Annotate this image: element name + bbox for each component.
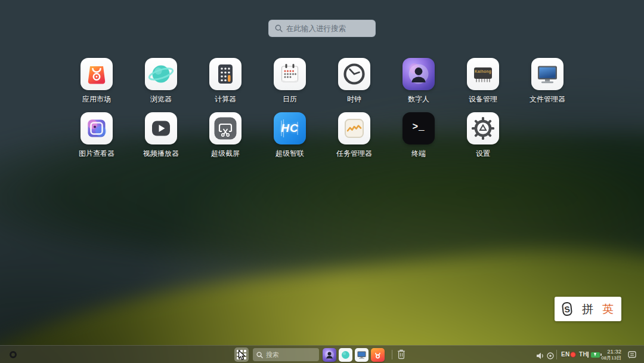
shopping-bag-icon xyxy=(80,58,113,90)
app-label: 应用市场 xyxy=(82,94,111,104)
app-tile-video-player[interactable]: 视频播放器 xyxy=(129,112,193,167)
screenshot-scissors-icon xyxy=(209,112,242,144)
ime-pinyin-label: 拼 xyxy=(582,302,593,317)
app-label: 日历 xyxy=(283,94,297,104)
launcher-search-input[interactable] xyxy=(286,24,370,33)
taskbar-search-input[interactable] xyxy=(266,351,315,358)
planet-icon xyxy=(145,58,177,90)
app-label: 终端 xyxy=(411,149,426,159)
shopping-bag-icon[interactable] xyxy=(371,348,385,362)
notification-icon[interactable] xyxy=(628,350,636,361)
tray-date: 08月13日 xyxy=(599,355,621,361)
app-tile-task-manager[interactable]: 任务管理器 xyxy=(322,112,386,167)
chip-icon: Kaihong xyxy=(467,58,499,90)
play-icon xyxy=(145,112,177,144)
task-chart-icon xyxy=(338,112,370,144)
tray-secondary-bar xyxy=(587,352,589,358)
app-label: 设备管理 xyxy=(469,94,497,104)
app-grid-row-1: 应用市场 浏览器 xyxy=(64,58,580,112)
app-label: 视频播放器 xyxy=(143,149,179,159)
app-label: 时钟 xyxy=(347,94,361,104)
chip-brand-text: Kaihong xyxy=(467,69,499,73)
ime-status-badge[interactable]: S 拼 英 xyxy=(555,297,621,321)
app-label: 文件管理器 xyxy=(530,94,565,104)
app-tile-digital-human[interactable]: 数字人 xyxy=(386,58,451,112)
calendar-icon xyxy=(274,58,306,90)
clock-icon xyxy=(338,58,370,90)
clock-widget[interactable]: 21:32 08月13日 xyxy=(599,348,621,361)
workspace-circle-icon[interactable] xyxy=(10,351,17,358)
app-grid: 应用市场 浏览器 xyxy=(64,58,580,167)
taskbar: EN TH 21:32 08月13日 xyxy=(0,345,644,363)
input-language-indicator[interactable]: EN xyxy=(561,351,570,358)
app-label: 设置 xyxy=(476,149,490,159)
search-icon xyxy=(275,24,283,32)
hc-logo-icon: HC xyxy=(274,112,306,144)
photo-viewer-icon xyxy=(80,112,113,144)
app-grid-row-2: 图片查看器 视频播放器 xyxy=(64,112,580,167)
app-label: 计算器 xyxy=(215,94,236,104)
launcher-search-box[interactable] xyxy=(268,20,376,37)
recording-indicator-icon[interactable] xyxy=(570,352,576,358)
trash-icon[interactable] xyxy=(397,349,405,362)
app-tile-terminal[interactable]: >_ 终端 xyxy=(386,112,451,167)
desktop: 应用市场 浏览器 xyxy=(0,0,644,363)
planet-icon[interactable] xyxy=(339,348,352,362)
app-tile-image-viewer[interactable]: 图片查看器 xyxy=(64,112,129,167)
volume-icon[interactable] xyxy=(536,351,544,362)
mouse-cursor xyxy=(238,350,246,361)
ime-english-label: 英 xyxy=(602,302,614,317)
app-tile-app-market[interactable]: 应用市场 xyxy=(64,58,129,112)
terminal-icon: >_ xyxy=(402,112,435,144)
app-label: 浏览器 xyxy=(150,94,172,104)
tray-divider xyxy=(556,350,557,359)
taskbar-divider xyxy=(392,350,392,359)
monitor-icon xyxy=(531,58,564,90)
app-tile-file-manager[interactable]: 文件管理器 xyxy=(515,58,580,112)
taskbar-pinned-apps xyxy=(323,348,385,362)
charging-bolt-icon xyxy=(594,353,596,356)
app-tile-settings[interactable]: 设置 xyxy=(451,112,515,167)
sogou-logo-icon: S xyxy=(562,302,572,316)
digital-human-icon[interactable] xyxy=(323,348,336,362)
app-tile-calculator[interactable]: 计算器 xyxy=(193,58,258,112)
app-tile-clock[interactable]: 时钟 xyxy=(322,58,386,112)
record-circle-icon[interactable] xyxy=(547,351,554,362)
calculator-icon xyxy=(209,58,242,90)
app-tile-browser[interactable]: 浏览器 xyxy=(129,58,193,112)
digital-human-icon xyxy=(402,58,435,90)
app-tile-device-manager[interactable]: Kaihong 设备管理 xyxy=(451,58,515,112)
wallpaper-vignette xyxy=(0,0,644,363)
app-label: 超级智联 xyxy=(275,149,304,159)
app-tile-super-connect[interactable]: HC 超级智联 xyxy=(258,112,322,167)
app-label: 图片查看器 xyxy=(79,149,114,159)
app-tile-calendar[interactable]: 日历 xyxy=(258,58,322,112)
monitor-icon[interactable] xyxy=(355,348,369,362)
search-icon xyxy=(256,352,263,358)
tray-secondary-indicator[interactable]: TH xyxy=(579,351,587,358)
terminal-prompt-glyph: >_ xyxy=(412,122,425,135)
wallpaper xyxy=(0,0,644,363)
tray-time: 21:32 xyxy=(599,348,621,355)
app-tile-super-screenshot[interactable]: 超级截屏 xyxy=(193,112,258,167)
app-label: 数字人 xyxy=(408,94,429,104)
taskbar-search-box[interactable] xyxy=(253,348,319,361)
gear-icon xyxy=(467,112,499,144)
app-label: 任务管理器 xyxy=(336,149,372,159)
app-label: 超级截屏 xyxy=(211,149,240,159)
